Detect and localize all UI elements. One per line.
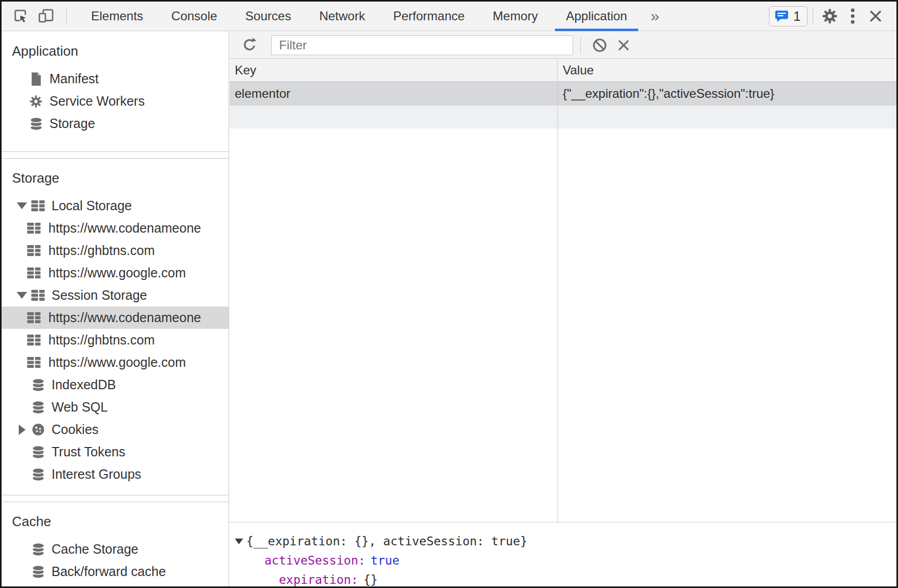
sidebar-item-local-storage-origin[interactable]: https://www.google.com [2, 262, 229, 284]
sidebar-item-label: IndexedDB [52, 377, 116, 392]
column-header-value[interactable]: Value [558, 59, 896, 81]
sidebar-item-interest-groups[interactable]: Interest Groups [2, 463, 229, 485]
refresh-icon[interactable] [239, 35, 260, 56]
storage-table-header: Key Value [230, 59, 896, 82]
section-title-application: Application [2, 32, 229, 68]
sidebar-item-local-storage-origin[interactable]: https://ghbtns.com [2, 239, 229, 262]
preview-root-line[interactable]: {__expiration: {}, activeSession: true} [235, 532, 896, 551]
sidebar-item-local-storage-origin[interactable]: https://www.codenameone [2, 217, 229, 239]
sidebar-item-label: https://www.google.com [48, 265, 186, 280]
filter-input[interactable] [271, 35, 573, 55]
sidebar-item-web-sql[interactable]: Web SQL [2, 396, 229, 418]
more-options-kebab-icon[interactable] [841, 5, 864, 28]
section-title-cache: Cache [2, 502, 229, 538]
more-tabs-chevron-icon[interactable]: » [641, 7, 669, 25]
table-icon [27, 334, 41, 347]
issues-count: 1 [793, 9, 801, 24]
cookie-icon [31, 423, 45, 437]
toolbar-divider [813, 8, 813, 24]
tab-network[interactable]: Network [305, 2, 379, 31]
sidebar-item-service-workers[interactable]: Service Workers [2, 90, 229, 112]
sidebar-item-trust-tokens[interactable]: Trust Tokens [2, 441, 229, 463]
sidebar-item-label: Interest Groups [52, 467, 141, 482]
database-icon [31, 378, 45, 392]
session-storage-panel: Key Value elementor {"__expiration":{},"… [230, 32, 896, 586]
table-icon [27, 311, 41, 324]
database-icon [31, 565, 45, 579]
property-value: {} [363, 570, 378, 588]
sidebar-item-session-storage-origin[interactable]: https://www.google.com [2, 351, 229, 374]
delete-selected-x-icon[interactable] [613, 35, 634, 56]
tab-application[interactable]: Application [552, 2, 641, 31]
table-row-elementor[interactable]: elementor {"__expiration":{},"activeSess… [230, 82, 896, 106]
value-preview-pane: {__expiration: {}, activeSession: true} … [230, 522, 896, 586]
triangle-down-icon[interactable] [17, 292, 27, 299]
table-icon [27, 266, 41, 279]
column-header-key[interactable]: Key [230, 59, 558, 81]
sidebar-item-label: https://ghbtns.com [48, 333, 155, 348]
sidebar-item-label: Back/forward cache [52, 564, 166, 579]
tab-console[interactable]: Console [157, 2, 231, 31]
database-icon [29, 117, 43, 131]
tab-memory[interactable]: Memory [479, 2, 552, 31]
database-icon [31, 542, 45, 557]
sidebar-section-application: Application Manifest [2, 32, 229, 152]
table-icon [27, 222, 41, 235]
sidebar-item-label: Service Workers [49, 94, 145, 109]
tab-performance[interactable]: Performance [379, 2, 478, 31]
sidebar-item-local-storage[interactable]: Local Storage [2, 195, 229, 217]
sidebar-item-back-forward-cache[interactable]: Back/forward cache [2, 560, 229, 583]
sidebar-item-cache-storage[interactable]: Cache Storage [2, 538, 229, 560]
sidebar-item-cookies[interactable]: Cookies [2, 418, 229, 441]
toolbar-divider [66, 8, 67, 24]
row-key: elementor [230, 86, 558, 101]
toolbar-divider [580, 36, 581, 54]
row-value: {"__expiration":{},"activeSession":true} [558, 86, 896, 101]
table-icon [27, 244, 41, 257]
preview-entry-active-session[interactable]: activeSession: true [235, 551, 896, 570]
sidebar-item-label: Web SQL [52, 400, 108, 415]
gear-icon [29, 94, 43, 109]
property-value: true [371, 551, 399, 570]
sidebar-item-label: https://ghbtns.com [48, 243, 155, 258]
sidebar-item-session-storage-origin[interactable]: https://ghbtns.com [2, 329, 229, 351]
devtools-tab-bar: Elements Console Sources Network Perform… [2, 2, 896, 31]
close-devtools-icon[interactable] [864, 5, 887, 28]
sidebar-item-label: Trust Tokens [52, 444, 125, 459]
table-icon [31, 289, 45, 302]
sidebar-item-session-storage-origin-selected[interactable]: https://www.codenameone [2, 306, 229, 329]
property-name: __expiration: [264, 570, 358, 588]
sidebar-item-label: https://www.codenameone [48, 221, 201, 236]
sidebar-section-storage: Storage Local Storage https://www.codena… [2, 158, 229, 495]
issues-badge[interactable]: 1 [769, 6, 807, 27]
table-row-empty[interactable] [230, 106, 896, 129]
inspect-element-icon[interactable] [9, 5, 32, 28]
sidebar-item-label: Storage [49, 116, 95, 131]
triangle-down-icon[interactable] [235, 539, 243, 544]
sidebar-item-label: Local Storage [52, 198, 132, 213]
tab-sources[interactable]: Sources [231, 2, 305, 31]
tab-elements[interactable]: Elements [77, 2, 157, 31]
settings-gear-icon[interactable] [818, 5, 841, 28]
tab-bar-left-tools [2, 5, 72, 28]
sidebar-item-storage[interactable]: Storage [2, 112, 229, 135]
triangle-down-icon[interactable] [17, 202, 27, 209]
sidebar-item-indexeddb[interactable]: IndexedDB [2, 374, 229, 396]
database-icon [31, 467, 45, 482]
sidebar-item-manifest[interactable]: Manifest [2, 68, 229, 90]
panel-tabs: Elements Console Sources Network Perform… [77, 2, 668, 31]
device-toolbar-icon[interactable] [35, 5, 58, 28]
sidebar-item-label: https://www.google.com [48, 355, 186, 370]
sidebar-item-label: Cookies [52, 422, 98, 437]
message-bubble-icon [775, 10, 789, 23]
file-icon [29, 72, 43, 86]
preview-entry-expiration[interactable]: __expiration: {} [235, 570, 896, 588]
storage-toolbar [230, 32, 896, 59]
database-icon [31, 445, 45, 459]
sidebar-section-cache: Cache Cache Storage Back/forward cache [2, 502, 229, 586]
sidebar-item-label: Cache Storage [52, 542, 138, 557]
triangle-right-icon[interactable] [19, 425, 26, 435]
sidebar-item-label: Manifest [49, 71, 98, 86]
sidebar-item-session-storage[interactable]: Session Storage [2, 284, 229, 306]
clear-all-ban-icon[interactable] [589, 35, 610, 56]
